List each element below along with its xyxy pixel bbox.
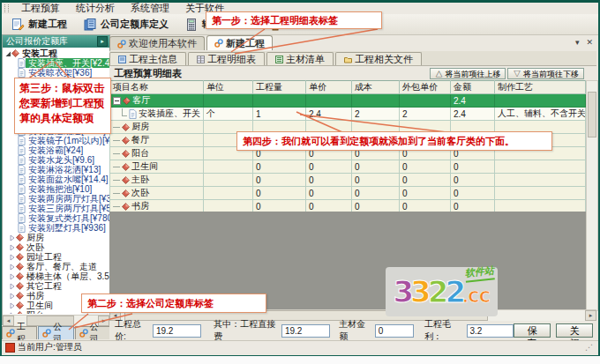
- library-tab-1[interactable]: 公司...: [38, 326, 73, 339]
- tree-item-folder[interactable]: 其它工程: [3, 281, 109, 291]
- cell-unit[interactable]: 个: [204, 108, 253, 121]
- cell-unit[interactable]: [204, 160, 253, 174]
- cell-amount[interactable]: 2.4: [451, 108, 495, 121]
- tree-item-doc[interactable]: 安装面盆水嘴[¥14.4]: [3, 175, 109, 184]
- cell-craft[interactable]: [495, 187, 586, 200]
- cell-price[interactable]: 2.4: [306, 108, 352, 121]
- column-header-6[interactable]: 金额: [451, 81, 495, 94]
- save-button[interactable]: 保存: [514, 323, 551, 338]
- inner-tab-1[interactable]: 工程明细表: [188, 52, 265, 65]
- document-tab-0[interactable]: 欢迎使用本软件: [109, 36, 205, 50]
- table-row-次卧[interactable]: 次卧00000: [110, 187, 586, 200]
- cell-qty[interactable]: 1: [253, 108, 306, 121]
- cell-price[interactable]: 0: [306, 187, 352, 200]
- cell-unit[interactable]: [204, 174, 253, 187]
- cell-amount[interactable]: 0: [451, 174, 495, 187]
- tree-item-doc[interactable]: 安装插座、开关[¥2.4]: [3, 58, 109, 68]
- tree-item-doc[interactable]: 安装水龙头[¥9.6]: [3, 155, 109, 165]
- document-tab-1[interactable]: 新建工程: [206, 35, 273, 50]
- cell-craft[interactable]: [495, 94, 586, 108]
- tree-item-root[interactable]: 安装工程: [3, 48, 109, 58]
- column-header-3[interactable]: 单价: [306, 81, 352, 94]
- tree-item-doc[interactable]: 安装镜子(1m²以内)[¥30]: [3, 136, 109, 145]
- cell-qty[interactable]: 0: [253, 160, 306, 174]
- column-header-7[interactable]: 制作工艺: [495, 81, 586, 94]
- table-row-卫生间[interactable]: 卫生间00000: [110, 160, 586, 174]
- library-tab-2[interactable]: 公司...: [75, 326, 110, 339]
- cell-amount[interactable]: 0: [451, 160, 495, 174]
- inner-tab-2[interactable]: 主材清单: [266, 52, 334, 65]
- cell-outsource[interactable]: 0: [400, 160, 451, 174]
- menu-grip-handle[interactable]: [4, 4, 9, 12]
- scroll-right-icon[interactable]: ▸: [585, 310, 596, 321]
- menu-item-0[interactable]: 工程预算: [13, 3, 68, 14]
- table-vscrollbar[interactable]: [586, 80, 598, 311]
- tree-item-doc[interactable]: 安装浴霸[¥24]: [3, 145, 109, 155]
- tab-close-icon[interactable]: ✕: [586, 38, 593, 47]
- cell-outsource[interactable]: 2: [400, 108, 451, 121]
- table-vscroll-handle[interactable]: [588, 92, 596, 137]
- column-header-4[interactable]: 成本: [352, 81, 400, 94]
- cell-cost[interactable]: [352, 94, 400, 108]
- toolbar-button-0[interactable]: 新建工程: [4, 15, 74, 34]
- menu-item-2[interactable]: 系统管理: [123, 3, 177, 14]
- cell-craft[interactable]: [495, 174, 586, 187]
- column-header-1[interactable]: 单位: [204, 81, 253, 94]
- column-header-0[interactable]: 项目名称: [110, 81, 204, 94]
- cell-price[interactable]: [306, 94, 352, 108]
- tree-item-doc[interactable]: 安装复式类灯具[¥780]: [3, 213, 109, 223]
- tree-item-doc[interactable]: 安装两房两厅灯具[¥306]: [3, 194, 109, 204]
- tree-item-doc[interactable]: 安装晾衣架[¥36]: [3, 68, 109, 78]
- inner-tab-3[interactable]: 工程相关文件: [335, 52, 422, 65]
- toolbar-button-1[interactable]: 公司定额库定义: [76, 15, 176, 34]
- profit-value-field[interactable]: 3.2: [467, 324, 514, 338]
- cell-cost[interactable]: 0: [352, 160, 400, 174]
- cell-craft[interactable]: 人工、辅料、不含开关、插座: [495, 108, 586, 121]
- tree-item-doc[interactable]: 安装别墅灯具[¥936]: [3, 223, 109, 233]
- menu-item-1[interactable]: 统计分析: [68, 3, 123, 14]
- cell-outsource[interactable]: 0: [400, 187, 451, 200]
- row-name-label: 厨房: [131, 121, 149, 133]
- move-down-button[interactable]: ▽ 将当前项往下移: [507, 68, 584, 79]
- tree-item-folder[interactable]: 次卧: [3, 242, 109, 252]
- tree-item-folder[interactable]: 厨房: [3, 233, 109, 242]
- cell-outsource[interactable]: [400, 94, 451, 108]
- library-tab-0[interactable]: 工程...: [2, 326, 37, 339]
- cell-unit[interactable]: [204, 187, 253, 200]
- move-up-button[interactable]: △ 将当前项往上移: [430, 68, 506, 79]
- cell-amount[interactable]: 2.4: [451, 94, 495, 108]
- cell-unit[interactable]: [204, 94, 253, 108]
- cell-price[interactable]: 0: [306, 160, 352, 174]
- cell-qty[interactable]: [253, 94, 306, 108]
- cell-craft[interactable]: [495, 160, 586, 174]
- inner-tab-label: 工程明细表: [207, 53, 256, 66]
- cell-qty[interactable]: 0: [253, 174, 306, 187]
- tree-item-label: 安装拖把池[¥10]: [26, 184, 92, 194]
- cell-outsource[interactable]: 0: [400, 174, 451, 187]
- pin-icon[interactable]: ▸: [97, 36, 108, 47]
- cell-price[interactable]: 0: [306, 174, 352, 187]
- tree-item-doc[interactable]: 安装淋浴花洒[¥13]: [3, 165, 109, 175]
- resize-grip[interactable]: ⋰: [585, 343, 593, 352]
- cell-cost[interactable]: 2: [352, 108, 400, 121]
- column-header-2[interactable]: 工程量: [253, 81, 306, 94]
- table-row-客厅[interactable]: 客厅2.4: [110, 94, 586, 108]
- direct-value-field[interactable]: 19.2: [281, 324, 330, 338]
- cell-amount[interactable]: 0: [451, 187, 495, 200]
- table-row-安装插座、开关[interactable]: 安装插座、开关个12.4222.4人工、辅料、不含开关、插座: [110, 108, 586, 121]
- column-header-5[interactable]: 外包单价: [400, 81, 451, 94]
- tab-menu-chevron-icon[interactable]: ▾: [575, 38, 580, 47]
- cell-qty[interactable]: 0: [253, 187, 306, 200]
- inner-tab-0[interactable]: 工程主信息: [109, 52, 186, 65]
- material-value-field[interactable]: 0: [375, 324, 414, 338]
- tree-item-doc[interactable]: 安装三房两厅灯具[¥520]: [3, 204, 109, 213]
- cell-cost[interactable]: 0: [352, 187, 400, 200]
- tree-item-doc[interactable]: 安装拖把池[¥10]: [3, 184, 109, 194]
- tree-item-folder[interactable]: 园址工程: [3, 252, 109, 262]
- tree-item-folder[interactable]: 楼梯主体（单层、3.5m高以: [3, 271, 109, 281]
- cell-cost[interactable]: 0: [352, 174, 400, 187]
- table-row-主卧[interactable]: 主卧00000: [110, 174, 586, 187]
- total-value-field[interactable]: 19.2: [153, 324, 201, 338]
- tree-item-folder[interactable]: 客厅、餐厅、走道: [3, 262, 109, 271]
- close-button[interactable]: 关闭: [556, 323, 593, 338]
